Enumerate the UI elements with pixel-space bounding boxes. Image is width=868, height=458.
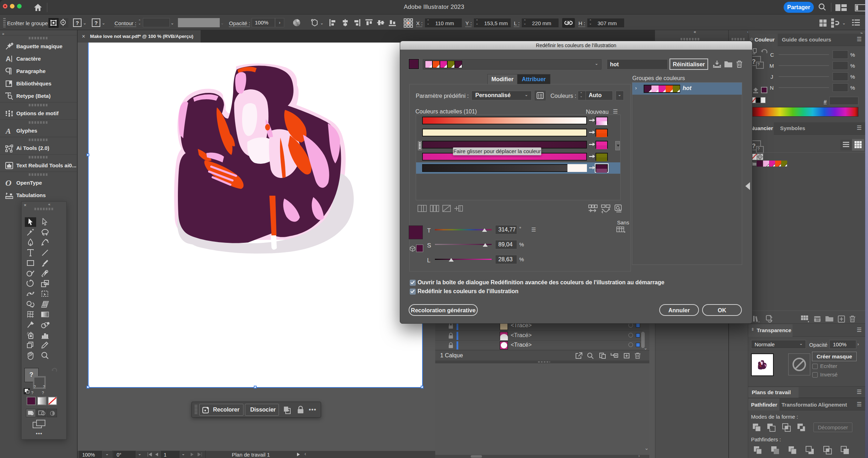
svg-text:A: A xyxy=(5,127,11,135)
svg-text:A: A xyxy=(6,55,11,63)
svg-text:O: O xyxy=(5,179,11,187)
